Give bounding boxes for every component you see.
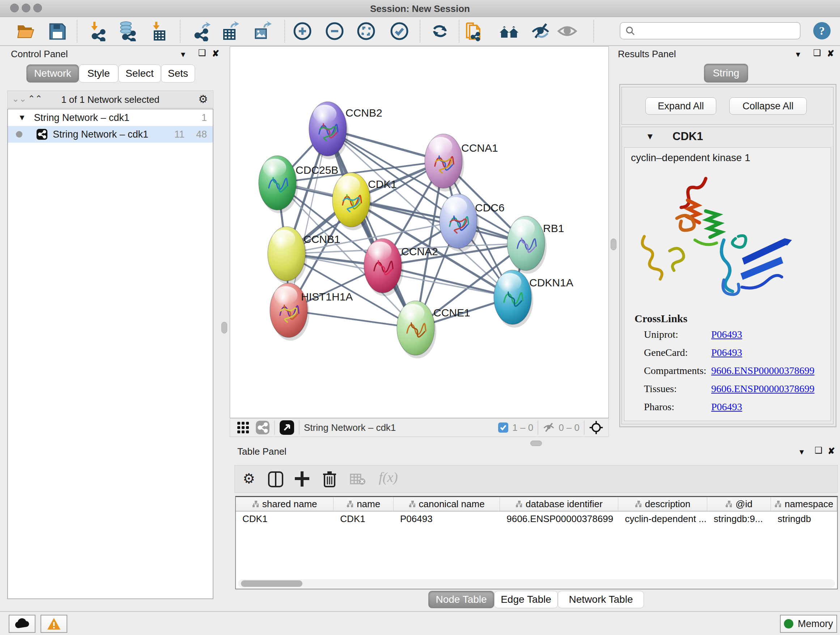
grid-view-icon[interactable] — [237, 421, 249, 434]
search-input[interactable] — [620, 22, 801, 40]
selected-checkbox-icon[interactable] — [498, 422, 508, 433]
column-header-description[interactable]: description — [618, 497, 707, 511]
table-panel-close-icon[interactable]: ✘ — [828, 446, 835, 456]
export-image-icon[interactable] — [252, 21, 272, 41]
table-cell[interactable]: CDK1 — [236, 511, 333, 526]
import-network-database-icon[interactable] — [117, 21, 137, 41]
automation-cloud-button[interactable] — [9, 615, 35, 633]
crosslink-link[interactable]: P06493 — [711, 329, 742, 340]
crosslink-link[interactable]: 9606.ENSP00000378699 — [711, 383, 814, 394]
crosslink-link[interactable]: 9606.ENSP00000378699 — [711, 365, 814, 377]
network-tree: ▼ String Network – cdk1 1 String Network… — [7, 109, 213, 599]
control-panel-close-icon[interactable]: ✘ — [212, 49, 219, 59]
network-share-gray-icon[interactable] — [256, 420, 270, 435]
zoom-in-icon[interactable] — [292, 21, 313, 41]
crosslink-link[interactable]: P06493 — [711, 401, 742, 413]
export-table-icon[interactable] — [219, 21, 240, 41]
network-row-selected[interactable]: String Network – cdk1 11 48 — [8, 126, 213, 143]
tab-sets[interactable]: Sets — [161, 65, 195, 82]
tab-string[interactable]: String — [704, 64, 748, 82]
column-header--id[interactable]: @id — [707, 497, 771, 511]
column-header-namespace[interactable]: namespace — [771, 497, 837, 511]
tab-node-table[interactable]: Node Table — [428, 591, 494, 608]
control-panel-float-icon[interactable]: ❑ — [198, 48, 206, 58]
help-icon[interactable]: ? — [813, 22, 831, 40]
warnings-button[interactable] — [41, 615, 67, 633]
table-cell[interactable]: 9606.ENSP00000378699 — [500, 511, 618, 526]
entry-collapse-icon[interactable]: ▼ — [646, 131, 654, 141]
crosslink-link[interactable]: P06493 — [711, 347, 742, 358]
splitter-grip-left[interactable] — [221, 322, 227, 333]
scrollbar-thumb[interactable] — [241, 580, 302, 587]
memory-button[interactable]: Memory — [780, 615, 837, 633]
tab-edge-table[interactable]: Edge Table — [494, 591, 558, 608]
table-cell[interactable]: P06493 — [393, 511, 500, 526]
table-panel-collapse-icon[interactable]: ▾ — [799, 447, 804, 457]
network-canvas[interactable]: CCNB2CCNA1CDC25BCDK1CDC6RB1CCNB1CCNA2CDK… — [230, 46, 609, 418]
crosslink-label: Uniprot: — [644, 329, 711, 340]
table-panel-float-icon[interactable]: ❑ — [815, 445, 823, 455]
import-network-icon[interactable] — [88, 21, 108, 41]
crosslink-label: GeneCard: — [644, 347, 711, 358]
node-label: CDC6 — [475, 202, 505, 214]
toolbar-separator — [284, 20, 285, 42]
hidden-eye-slash-icon[interactable] — [543, 421, 555, 434]
function-builder-icon-disabled: f(x) — [379, 469, 398, 485]
results-panel-close-icon[interactable]: ✘ — [827, 49, 834, 59]
node-label: HIST1H1A — [301, 291, 353, 302]
network-node-count: 11 — [174, 129, 185, 140]
crosslink-label: Compartments: — [644, 365, 711, 377]
tab-style[interactable]: Style — [79, 65, 118, 82]
current-network-title: String Network – cdk1 — [304, 422, 396, 433]
zoom-fit-icon[interactable] — [356, 21, 376, 41]
selected-counts: 1 – 0 — [512, 422, 533, 433]
crosslink-row: Pharos:P06493 — [644, 401, 825, 413]
tab-network[interactable]: Network — [27, 65, 79, 82]
save-session-icon[interactable] — [47, 21, 67, 41]
show-columns-icon[interactable] — [268, 471, 283, 487]
import-table-icon[interactable] — [149, 21, 169, 41]
tab-network-table[interactable]: Network Table — [558, 591, 644, 608]
birdseye-icon[interactable] — [279, 420, 294, 435]
open-session-icon[interactable] — [16, 21, 36, 41]
network-options-gear-icon[interactable]: ⚙ — [198, 93, 208, 105]
crosslink-row: Compartments:9606.ENSP00000378699 — [644, 365, 825, 377]
column-header-canonical-name[interactable]: canonical name — [393, 497, 500, 511]
results-panel-collapse-icon[interactable]: ▾ — [796, 49, 800, 59]
table-cell[interactable]: stringdb:9... — [707, 511, 771, 526]
table-options-gear-icon[interactable]: ⚙ — [243, 470, 255, 486]
column-header-name[interactable]: name — [333, 497, 393, 511]
toolbar-separator — [420, 20, 420, 42]
table-cell[interactable]: CDK1 — [333, 511, 393, 526]
home-icon[interactable] — [499, 21, 519, 41]
node-table: shared namenamecanonical namedatabase id… — [235, 496, 838, 589]
table-cell[interactable]: stringdb — [771, 511, 837, 526]
reset-zoom-crosshair-icon[interactable] — [589, 420, 603, 435]
table-horizontal-scrollbar[interactable] — [238, 579, 835, 588]
column-header-database-identifier[interactable]: database identifier — [500, 497, 618, 511]
main-toolbar: ? — [0, 17, 840, 46]
entry-description: cyclin–dependent kinase 1 — [631, 152, 750, 164]
cloud-icon — [14, 618, 30, 630]
table-panel-title: Table Panel — [237, 446, 286, 457]
zoom-selected-icon[interactable] — [389, 21, 409, 41]
column-header-shared-name[interactable]: shared name — [236, 497, 333, 511]
hide-selected-eye-slash-icon[interactable] — [531, 21, 551, 41]
delete-column-trash-icon[interactable] — [322, 470, 337, 488]
crosslinks-title: CrossLinks — [635, 312, 687, 325]
export-network-icon[interactable] — [191, 21, 211, 41]
zoom-out-icon[interactable] — [325, 21, 345, 41]
tab-select[interactable]: Select — [118, 65, 161, 82]
results-panel-float-icon[interactable]: ❑ — [813, 48, 821, 58]
add-column-icon[interactable] — [294, 470, 310, 487]
tree-expand-icon[interactable]: ▼ — [18, 113, 26, 122]
table-row[interactable]: CDK1CDK1P064939606.ENSP00000378699cyclin… — [236, 511, 837, 526]
control-panel-collapse-icon[interactable]: ▾ — [181, 49, 185, 59]
apply-style-icon[interactable] — [430, 21, 450, 41]
collapse-all-button[interactable]: Collapse All — [729, 97, 807, 115]
table-header-row: shared namenamecanonical namedatabase id… — [236, 497, 837, 511]
table-cell[interactable]: cyclin-dependent ... — [618, 511, 707, 526]
network-collection-row[interactable]: ▼ String Network – cdk1 1 — [8, 109, 213, 126]
expand-all-button[interactable]: Expand All — [645, 97, 716, 115]
clone-network-icon[interactable] — [464, 21, 484, 41]
